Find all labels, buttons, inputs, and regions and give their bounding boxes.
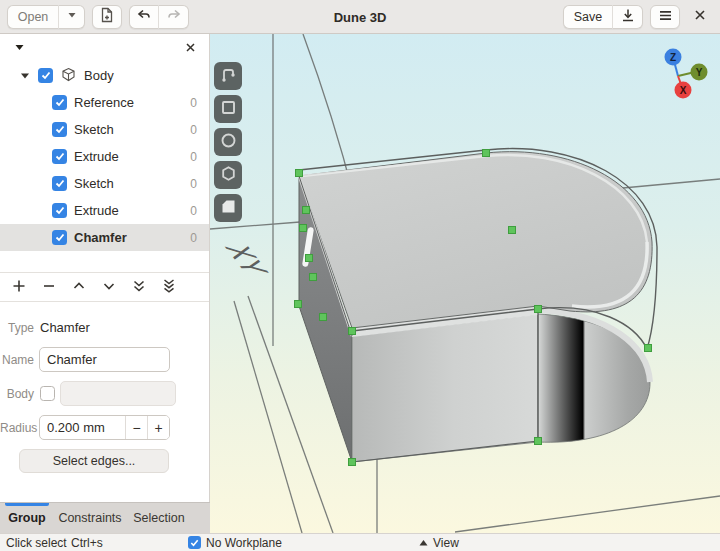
type-value: Chamfer <box>40 320 90 335</box>
tree-item-label: Extrude <box>74 203 119 218</box>
radius-spinbutton: − + <box>39 415 170 440</box>
tree-item-count: 0 <box>190 204 197 218</box>
radius-decrement-button[interactable]: − <box>125 416 147 439</box>
redo-button[interactable] <box>159 5 189 29</box>
workplane-label-xy[interactable]: XY <box>218 241 275 277</box>
browser-close-button[interactable] <box>181 36 199 60</box>
remove-group-button[interactable] <box>34 275 64 299</box>
visibility-checkbox[interactable] <box>52 122 67 137</box>
select-edges-button[interactable]: Select edges... <box>19 449 169 473</box>
draw-circle-tool[interactable] <box>214 128 242 156</box>
undo-button[interactable] <box>129 5 159 29</box>
draw-rectangle-tool[interactable] <box>214 95 242 123</box>
move-up-button[interactable] <box>64 275 94 299</box>
tab-selection[interactable]: Selection <box>126 503 192 533</box>
chamfer-square-icon <box>219 197 238 219</box>
visibility-checkbox[interactable] <box>52 95 67 110</box>
visibility-checkbox[interactable] <box>52 203 67 218</box>
tree-item-count: 0 <box>190 177 197 191</box>
visibility-checkbox[interactable] <box>38 68 53 83</box>
body-name-input[interactable] <box>60 381 176 406</box>
vertex-handle[interactable] <box>310 274 317 281</box>
expander-caret-icon[interactable] <box>20 71 30 81</box>
open-dropdown-button[interactable] <box>59 5 85 29</box>
draw-contour-tool[interactable] <box>214 62 242 90</box>
vertex-handle[interactable] <box>645 345 652 352</box>
visibility-checkbox[interactable] <box>52 230 67 245</box>
view-menu-button[interactable]: View <box>419 534 459 551</box>
save-as-button[interactable] <box>613 5 643 29</box>
3d-viewport[interactable]: XY <box>210 34 720 533</box>
tab-constraints[interactable]: Constraints <box>54 503 126 533</box>
vertex-handle[interactable] <box>306 255 313 262</box>
body-round-face[interactable] <box>538 314 650 442</box>
draw-polygon-tool[interactable] <box>214 161 242 189</box>
visibility-checkbox[interactable] <box>52 149 67 164</box>
radius-input[interactable] <box>40 416 125 439</box>
vertex-handle[interactable] <box>349 328 356 335</box>
close-window-button[interactable] <box>687 5 713 29</box>
tab-label: Constraints <box>58 511 121 525</box>
tab-label: Group <box>8 511 46 525</box>
vertex-handle[interactable] <box>509 227 516 234</box>
move-down-button[interactable] <box>94 275 124 299</box>
browser-collapse-button[interactable] <box>10 36 28 60</box>
name-input[interactable] <box>39 347 170 372</box>
add-group-button[interactable] <box>4 275 34 299</box>
move-to-end-button[interactable] <box>124 275 154 299</box>
vertex-handle[interactable] <box>295 301 302 308</box>
tree-row-sketch[interactable]: Sketch 0 <box>0 116 209 143</box>
workplane-checkbox[interactable] <box>188 536 201 549</box>
radius-increment-button[interactable]: + <box>147 416 169 439</box>
solid-body[interactable] <box>299 152 652 462</box>
triangle-up-icon <box>419 536 428 550</box>
tree-row-extrude[interactable]: Extrude 0 <box>0 197 209 224</box>
browser-header-row <box>0 34 209 62</box>
body-checkbox[interactable] <box>40 386 55 401</box>
tree-row-chamfer-selected[interactable]: Chamfer 0 <box>0 224 209 251</box>
tab-group[interactable]: Group <box>0 503 54 533</box>
chamfer-tool[interactable] <box>214 194 242 222</box>
tree-row-body[interactable]: Body <box>0 62 209 89</box>
vertex-handle[interactable] <box>483 150 490 157</box>
tree-item-count: 0 <box>190 96 197 110</box>
new-document-button[interactable] <box>92 5 122 29</box>
caret-down-icon <box>14 41 25 56</box>
visibility-checkbox[interactable] <box>52 176 67 191</box>
tree-row-extrude[interactable]: Extrude 0 <box>0 143 209 170</box>
vertex-handle[interactable] <box>320 314 327 321</box>
tree-row-sketch[interactable]: Sketch 0 <box>0 170 209 197</box>
hamburger-menu-icon <box>658 8 673 26</box>
new-document-icon <box>99 7 115 26</box>
type-label: Type <box>0 321 34 335</box>
undo-icon <box>136 7 152 26</box>
menu-button[interactable] <box>650 5 680 29</box>
name-label: Name <box>0 353 34 367</box>
move-to-last-button[interactable] <box>154 275 184 299</box>
vertex-handle[interactable] <box>349 459 356 466</box>
plane-edge-line[interactable] <box>455 496 720 532</box>
view-label: View <box>433 536 459 550</box>
active-tab-indicator <box>5 503 49 506</box>
orientation-gizmo[interactable]: Z Y X <box>665 49 708 99</box>
chevron-down-icon <box>66 9 78 24</box>
vertex-handle[interactable] <box>535 438 542 445</box>
axis-y-label: Y <box>696 67 703 78</box>
minus-icon <box>41 278 57 297</box>
vertex-handle[interactable] <box>303 207 310 214</box>
save-as-icon <box>620 7 636 26</box>
body-front-face[interactable] <box>352 314 538 462</box>
open-button[interactable]: Open <box>7 5 59 29</box>
double-chevron-down-icon <box>131 278 147 297</box>
sketch-line[interactable] <box>210 222 300 229</box>
circle-icon <box>219 131 238 153</box>
vertex-handle[interactable] <box>296 170 303 177</box>
save-split-button: Save <box>563 5 643 29</box>
vertex-handle[interactable] <box>300 225 307 232</box>
tree-row-reference[interactable]: Reference 0 <box>0 89 209 116</box>
vertex-handle[interactable] <box>535 306 542 313</box>
save-button[interactable]: Save <box>563 5 613 29</box>
workplane-toggle[interactable]: No Workplane <box>188 534 282 551</box>
bottom-tabbar: Group Constraints Selection <box>0 502 210 533</box>
sketch-tool-palette <box>214 62 242 222</box>
